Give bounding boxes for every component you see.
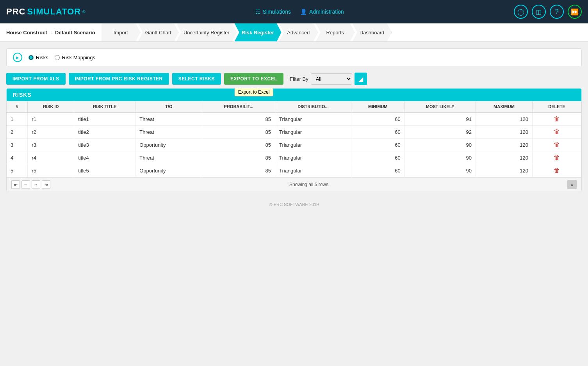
cell-risk-id: r5 xyxy=(28,164,74,177)
risk-mappings-radio[interactable] xyxy=(55,55,60,60)
col-most-likely: MOST LIKELY xyxy=(404,101,476,112)
page-first-button[interactable]: ⇤ xyxy=(11,180,20,189)
cell-delete[interactable]: 🗑 xyxy=(532,164,581,177)
tab-gantt-chart[interactable]: Gantt Chart xyxy=(138,23,179,41)
delete-icon[interactable]: 🗑 xyxy=(536,167,577,174)
export-excel-button[interactable]: EXPORT TO EXCEL xyxy=(224,73,283,85)
cell-to: Threat xyxy=(135,126,202,139)
tab-risk-register[interactable]: Risk Register xyxy=(235,23,282,41)
cell-num: 5 xyxy=(7,164,28,177)
cell-risk-title: title5 xyxy=(74,164,135,177)
col-to: T/O xyxy=(135,101,202,112)
delete-icon[interactable]: 🗑 xyxy=(536,128,577,135)
cell-probability: 85 xyxy=(202,164,275,177)
cell-minimum: 60 xyxy=(351,164,404,177)
cell-most-likely: 90 xyxy=(404,164,476,177)
breadcrumb-bar: House Construct : Default Scenario Impor… xyxy=(0,23,588,42)
nav-administration[interactable]: 👤 Administration xyxy=(300,9,344,15)
cell-most-likely: 90 xyxy=(404,151,476,164)
delete-icon[interactable]: 🗑 xyxy=(536,141,577,148)
power-button[interactable]: ⏩ xyxy=(568,5,582,19)
page-prev-button[interactable]: ← xyxy=(21,180,30,189)
risks-table: # RISK ID RISK TITLE T/O PROBABILIT... D… xyxy=(7,101,581,177)
grid-icon: ◫ xyxy=(536,8,542,16)
cell-to: Threat xyxy=(135,151,202,164)
logo-sim: SIMULATOR xyxy=(27,7,81,17)
grid-button[interactable]: ◫ xyxy=(532,5,546,19)
filter-select[interactable]: All Threat Opportunity xyxy=(311,73,352,85)
tab-uncertainty-register[interactable]: Uncertainty Register xyxy=(176,23,237,41)
filter-icon: ◢ xyxy=(358,75,363,83)
breadcrumb-separator: : xyxy=(50,30,52,36)
pagination: ⇤ ← → ⇥ xyxy=(11,180,50,189)
main-content: ▶ Risks Risk Mappings IMPORT FROM XLS IM… xyxy=(0,42,588,198)
cell-to: Threat xyxy=(135,112,202,126)
import-prc-button[interactable]: IMPORT FROM PRC RISK REGISTER xyxy=(69,73,169,85)
filter-label: Filter By xyxy=(290,76,308,82)
cell-most-likely: 90 xyxy=(404,139,476,151)
cell-distribution: Triangular xyxy=(275,164,351,177)
cell-distribution: Triangular xyxy=(275,112,351,126)
simulations-label: Simulations xyxy=(263,9,291,15)
risk-mappings-radio-item[interactable]: Risk Mappings xyxy=(55,55,95,60)
filter-group: Filter By All Threat Opportunity ◢ xyxy=(290,73,367,85)
cell-maximum: 120 xyxy=(476,126,532,139)
cell-delete[interactable]: 🗑 xyxy=(532,139,581,151)
help-button[interactable]: ? xyxy=(550,5,564,19)
risks-radio[interactable] xyxy=(29,55,34,60)
tab-dashboard[interactable]: Dashboard xyxy=(353,23,392,41)
page-last-button[interactable]: ⇥ xyxy=(42,180,50,189)
view-toggle-group: ▶ Risks Risk Mappings xyxy=(6,48,582,66)
cell-distribution: Triangular xyxy=(275,151,351,164)
cell-distribution: Triangular xyxy=(275,139,351,151)
page-next-button[interactable]: → xyxy=(32,180,40,189)
table-header-row: # RISK ID RISK TITLE T/O PROBABILIT... D… xyxy=(7,101,581,112)
cell-distribution: Triangular xyxy=(275,126,351,139)
power-icon: ⏩ xyxy=(571,8,579,16)
tab-reports[interactable]: Reports xyxy=(316,23,355,41)
cell-maximum: 120 xyxy=(476,164,532,177)
nav-simulations[interactable]: ☷ Simulations xyxy=(255,9,291,15)
app-header: PRC SIMULATOR ® ☷ Simulations 👤 Administ… xyxy=(0,0,588,23)
row-count: Showing all 5 rows xyxy=(289,182,328,187)
col-delete: DELETE xyxy=(532,101,581,112)
table-row: 5 r5 title5 Opportunity 85 Triangular 60… xyxy=(7,164,581,177)
cell-delete[interactable]: 🗑 xyxy=(532,151,581,164)
cell-maximum: 120 xyxy=(476,139,532,151)
tab-import[interactable]: Import xyxy=(102,23,141,41)
project-name: House Construct xyxy=(6,30,47,36)
col-minimum: MINIMUM xyxy=(351,101,404,112)
scroll-top-button[interactable]: ▲ xyxy=(567,180,577,189)
question-icon: ? xyxy=(555,8,559,15)
select-risks-button[interactable]: SELECT RISKS xyxy=(172,73,221,85)
cell-maximum: 120 xyxy=(476,151,532,164)
cell-maximum: 120 xyxy=(476,112,532,126)
table-footer: ⇤ ← → ⇥ Showing all 5 rows ▲ xyxy=(7,177,581,192)
table-row: 1 r1 title1 Threat 85 Triangular 60 91 1… xyxy=(7,112,581,126)
cell-risk-title: title4 xyxy=(74,151,135,164)
col-maximum: MAXIMUM xyxy=(476,101,532,112)
table-row: 3 r3 title3 Opportunity 85 Triangular 60… xyxy=(7,139,581,151)
filter-apply-button[interactable]: ◢ xyxy=(355,73,367,85)
breadcrumb: House Construct : Default Scenario xyxy=(6,23,102,41)
delete-icon[interactable]: 🗑 xyxy=(536,115,577,123)
risks-radio-label: Risks xyxy=(36,55,48,60)
cell-minimum: 60 xyxy=(351,126,404,139)
cell-delete[interactable]: 🗑 xyxy=(532,126,581,139)
cell-num: 1 xyxy=(7,112,28,126)
delete-icon[interactable]: 🗑 xyxy=(536,154,577,161)
risks-radio-item[interactable]: Risks xyxy=(29,55,48,60)
toggle-button[interactable]: ◯ xyxy=(514,5,528,19)
play-button[interactable]: ▶ xyxy=(13,53,22,62)
header-icons: ◯ ◫ ? ⏩ xyxy=(514,5,582,19)
import-xls-button[interactable]: IMPORT FROM XLS xyxy=(6,73,66,85)
tab-advanced[interactable]: Advanced xyxy=(279,23,318,41)
scenario-name: Default Scenario xyxy=(55,30,95,36)
table-body: 1 r1 title1 Threat 85 Triangular 60 91 1… xyxy=(7,112,581,177)
table-title: RISKS xyxy=(13,92,32,98)
table-header-bar: RISKS xyxy=(7,89,581,101)
cell-num: 4 xyxy=(7,151,28,164)
cell-delete[interactable]: 🗑 xyxy=(532,112,581,126)
tabs: Import Gantt Chart Uncertainty Register … xyxy=(102,23,582,41)
logo-reg: ® xyxy=(82,10,85,14)
